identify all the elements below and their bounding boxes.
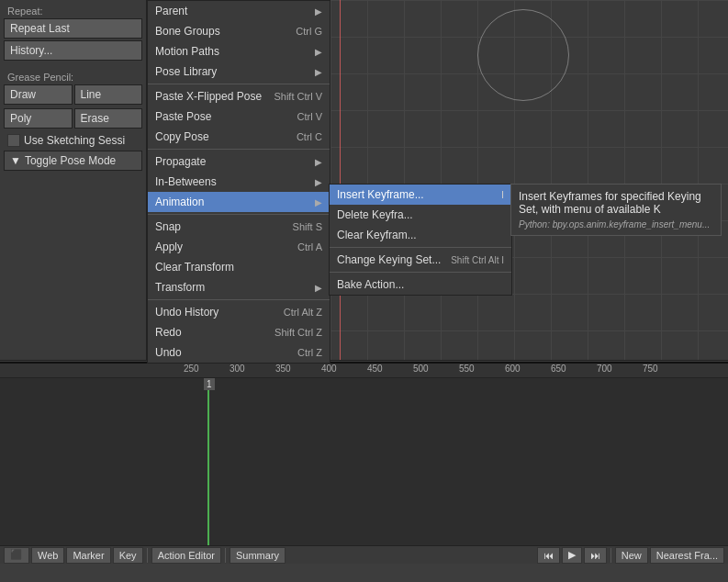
- menu-item-motion-paths[interactable]: Motion Paths ▶: [148, 41, 330, 62]
- ruler-mark: 500: [413, 364, 429, 374]
- menu-item-transform[interactable]: Transform ▶: [148, 277, 330, 297]
- menu-divider: [148, 84, 330, 84]
- menu-item-copy-pose[interactable]: Copy Pose Ctrl C: [148, 127, 330, 147]
- menu-item-apply[interactable]: Apply Ctrl A: [148, 237, 330, 257]
- toggle-arrow-icon: ▼: [10, 154, 21, 167]
- menu-item-undo[interactable]: Undo Ctrl Z: [148, 342, 330, 363]
- arrow-icon: ▶: [315, 197, 322, 207]
- erase-button[interactable]: Erase: [74, 108, 143, 129]
- arrow-icon: ▶: [315, 157, 322, 167]
- submenu-divider-2: [330, 272, 511, 273]
- ruler-mark: 400: [321, 364, 337, 374]
- use-sketching-checkbox[interactable]: [7, 134, 20, 147]
- tooltip-python: Python: bpy.ops.anim.keyframe_insert_men…: [519, 219, 713, 229]
- submenu-bake-action[interactable]: Bake Action...: [330, 274, 511, 295]
- ruler-mark: 550: [459, 364, 475, 374]
- keyframe-tooltip: Insert Keyframes for specified Keying Se…: [510, 184, 722, 236]
- pose-context-menu: Parent ▶ Bone Groups Ctrl G Motion Paths…: [147, 0, 330, 364]
- ruler-mark: 450: [367, 364, 383, 374]
- separator-6: [225, 548, 226, 563]
- menu-item-in-betweens[interactable]: In-Betweens ▶: [148, 172, 330, 192]
- repeat-label: Repeat:: [4, 4, 142, 18]
- menu-item-parent[interactable]: Parent ▶: [148, 1, 330, 21]
- menu-item-paste-xflipped[interactable]: Paste X-Flipped Pose Shift Ctrl V: [148, 86, 330, 106]
- separator-7: [610, 548, 611, 563]
- toggle-pose-label: Toggle Pose Mode: [25, 154, 116, 167]
- menu-item-bone-groups[interactable]: Bone Groups Ctrl G: [148, 21, 330, 41]
- arrow-icon: ▶: [315, 283, 322, 293]
- play-fwd-button[interactable]: ⏭: [584, 547, 607, 564]
- menu-item-pose-library[interactable]: Pose Library ▶: [148, 62, 330, 82]
- timeline-ruler: 250300350400450500550600650700750: [0, 364, 728, 378]
- new-button[interactable]: New: [615, 547, 648, 564]
- toggle-pose-mode-button[interactable]: ▼ Toggle Pose Mode: [4, 151, 142, 171]
- menu-divider-3: [148, 214, 330, 215]
- arrow-icon: ▶: [315, 67, 322, 77]
- submenu-clear-keyframe[interactable]: Clear Keyfram...: [330, 225, 511, 245]
- menu-divider-4: [148, 299, 330, 300]
- submenu-change-keying-set[interactable]: Change Keying Set... Shift Ctrl Alt I: [330, 250, 511, 270]
- timeline-toolbar: ⬛ Web Marker Key Action Editor Summary ⏮…: [0, 545, 728, 564]
- draw-button[interactable]: Draw: [4, 84, 73, 105]
- timeline-content[interactable]: 1: [0, 378, 728, 545]
- separator-5: [147, 548, 148, 563]
- play-back-button[interactable]: ⏮: [537, 547, 560, 564]
- submenu-insert-keyframe[interactable]: Insert Keyframe... I: [330, 185, 511, 205]
- ruler-mark: 650: [551, 364, 566, 374]
- menu-item-propagate[interactable]: Propagate ▶: [148, 151, 330, 172]
- use-sketching-label: Use Sketching Sessi: [24, 134, 125, 147]
- ruler-mark: 350: [275, 364, 291, 374]
- ruler-mark: 300: [230, 364, 245, 374]
- arrow-icon: ▶: [315, 177, 322, 187]
- ruler-mark: 600: [505, 364, 521, 374]
- arrow-icon: ▶: [315, 6, 322, 17]
- arrow-icon: ▶: [315, 47, 322, 57]
- nearest-frame-button[interactable]: Nearest Fra...: [650, 547, 724, 564]
- timeline-area: 250300350400450500550600650700750 1 ⬛ We…: [0, 362, 728, 564]
- menu-item-clear-transform[interactable]: Clear Transform: [148, 257, 330, 277]
- history-button[interactable]: History...: [4, 40, 142, 61]
- timeline-view-button[interactable]: Web: [31, 547, 64, 564]
- timeline-green-line: [207, 378, 209, 545]
- timeline-icon-button[interactable]: ⬛: [4, 547, 29, 564]
- tooltip-title: Insert Keyframes for specified Keying Se…: [519, 190, 713, 216]
- menu-item-redo[interactable]: Redo Shift Ctrl Z: [148, 322, 330, 342]
- timeline-key-button[interactable]: Key: [113, 547, 143, 564]
- repeat-last-button[interactable]: Repeat Last: [4, 18, 142, 39]
- menu-item-snap[interactable]: Snap Shift S: [148, 217, 330, 237]
- ruler-mark: 700: [597, 364, 612, 374]
- viewport-circle: [477, 9, 569, 101]
- ruler-marks-container: 250300350400450500550600650700750: [0, 364, 728, 377]
- menu-item-animation[interactable]: Animation ▶: [148, 192, 330, 212]
- animation-submenu: Insert Keyframe... I Delete Keyfra... Cl…: [329, 184, 512, 296]
- submenu-divider: [330, 247, 511, 248]
- ruler-mark: 250: [184, 364, 199, 374]
- menu-item-paste-pose[interactable]: Paste Pose Ctrl V: [148, 106, 330, 127]
- submenu-delete-keyframe[interactable]: Delete Keyfra...: [330, 205, 511, 225]
- menu-item-undo-history[interactable]: Undo History Ctrl Alt Z: [148, 302, 330, 322]
- line-button[interactable]: Line: [74, 84, 143, 105]
- play-button[interactable]: ▶: [562, 547, 582, 564]
- menu-divider-2: [148, 149, 330, 150]
- ruler-mark: 750: [643, 364, 658, 374]
- grease-pencil-label: Grease Pencil:: [4, 70, 142, 84]
- poly-button[interactable]: Poly: [4, 108, 73, 129]
- frame-number: 1: [204, 378, 215, 390]
- action-editor-button[interactable]: Action Editor: [151, 547, 221, 564]
- summary-button[interactable]: Summary: [230, 547, 286, 564]
- timeline-marker-button[interactable]: Marker: [66, 547, 110, 564]
